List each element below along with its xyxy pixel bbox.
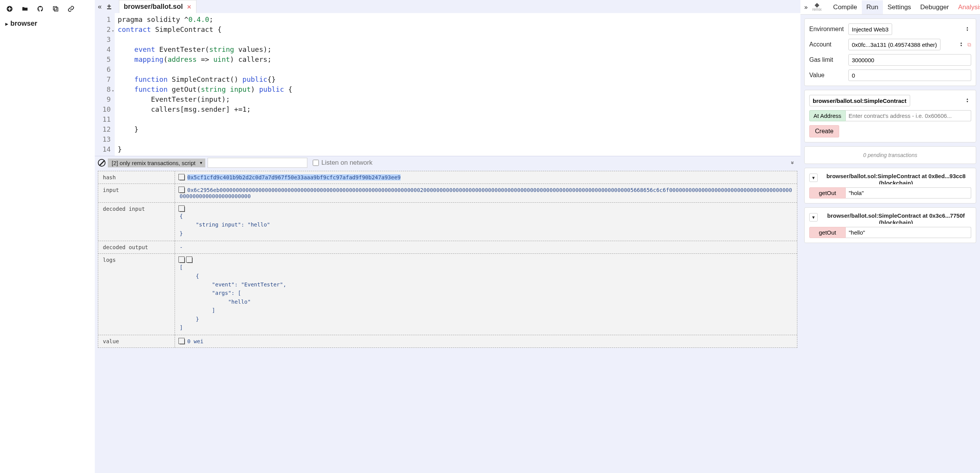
tx-value: 0x5cf1cfd9c401b9b2d2c0d7a7d967f50e33aaa9…: [175, 171, 797, 184]
tx-value: [ { "event": "EventTester", "args": [ "h…: [175, 254, 797, 335]
copy-icon[interactable]: [180, 188, 185, 193]
tab-analysis[interactable]: Analysis: [954, 0, 980, 14]
tab-settings[interactable]: Settings: [883, 0, 916, 14]
copy-account-icon[interactable]: ⧉: [967, 41, 971, 48]
panel-scroll-icon[interactable]: »: [804, 4, 808, 11]
env-label: Environment: [809, 26, 848, 33]
sidebar-toolbar: [3, 4, 92, 20]
link-icon[interactable]: [68, 5, 74, 13]
github-icon[interactable]: [37, 5, 44, 13]
new-file-icon[interactable]: [6, 5, 13, 13]
tx-value: 0x6c2956eb000000000000000000000000000000…: [175, 184, 797, 202]
tx-value-input[interactable]: [848, 69, 971, 81]
tx-row: value0 wei: [98, 335, 797, 347]
listen-network-checkbox[interactable]: [313, 160, 319, 166]
tx-value: 0 wei: [175, 335, 797, 347]
code-editor[interactable]: 1234567891011121314 pragma solidity ^0.4…: [95, 13, 800, 156]
at-address-input[interactable]: [846, 110, 971, 121]
function-getout-button[interactable]: getOut: [809, 187, 846, 198]
tx-value: { "string input": "hello" }: [175, 203, 797, 241]
file-explorer-sidebar: browser: [0, 0, 95, 473]
at-address-button[interactable]: At Address: [809, 110, 846, 121]
instance-title: browser/ballot.sol:SimpleContract at 0x3…: [821, 212, 971, 224]
contract-select[interactable]: browser/ballot.sol:SimpleContract: [809, 95, 910, 106]
pending-transactions: 0 pending transactions: [804, 146, 976, 164]
terminal-panel: [2] only remix transactions, script List…: [95, 156, 800, 473]
tx-key: hash: [98, 171, 175, 184]
account-label: Account: [809, 41, 848, 48]
add-tab-icon[interactable]: +: [107, 4, 111, 9]
contract-instance-card: ▼browser/ballot.sol:SimpleContract at 0x…: [804, 207, 976, 243]
tx-key: input: [98, 184, 175, 202]
tx-row: logs[ { "event": "EventTester", "args": …: [98, 254, 797, 335]
editor-code[interactable]: pragma solidity ^0.4.0;contract SimpleCo…: [115, 13, 295, 156]
right-panel: » ◆ remix CompileRunSettingsDebuggerAnal…: [800, 0, 980, 473]
tx-row: decoded output -: [98, 241, 797, 254]
gas-limit-input[interactable]: [848, 54, 971, 66]
tx-key: logs: [98, 254, 175, 335]
deploy-card: browser/ballot.sol:SimpleContract At Add…: [804, 90, 976, 142]
account-select[interactable]: 0x0fc...3a131 (0.49574388 ether): [848, 39, 940, 50]
gaslimit-label: Gas limit: [809, 56, 848, 63]
tx-key: value: [98, 335, 175, 347]
environment-select[interactable]: Injected Web3: [848, 23, 892, 35]
function-arg-input[interactable]: [846, 227, 971, 238]
terminal-filter-dropdown[interactable]: [2] only remix transactions, script: [108, 159, 205, 167]
svg-rect-3: [54, 8, 58, 11]
right-panel-tabs: » ◆ remix CompileRunSettingsDebuggerAnal…: [800, 0, 980, 15]
tx-value: -: [175, 241, 797, 253]
svg-rect-2: [8, 8, 12, 9]
tx-row: decoded input{ "string input": "hello" }: [98, 203, 797, 241]
tab-ballot-sol[interactable]: browser/ballot.sol ✕: [119, 0, 196, 13]
contract-instance-card: ▼browser/ballot.sol:SimpleContract at 0x…: [804, 168, 976, 203]
editor-gutter: 1234567891011121314: [95, 13, 115, 156]
svg-rect-4: [53, 7, 57, 10]
open-folder-icon[interactable]: [21, 5, 28, 13]
copy-icon[interactable]: [180, 207, 185, 212]
instance-title: browser/ballot.sol:SimpleContract at 0x8…: [821, 173, 971, 184]
tx-row: input0x6c2956eb0000000000000000000000000…: [98, 184, 797, 203]
tab-compile[interactable]: Compile: [828, 0, 861, 14]
copy-icon[interactable]: [180, 258, 185, 263]
create-button[interactable]: Create: [809, 125, 839, 137]
close-tab-icon[interactable]: ✕: [187, 4, 191, 10]
copy-icon[interactable]: [180, 175, 185, 180]
function-arg-input[interactable]: [846, 187, 971, 198]
function-getout-button[interactable]: getOut: [809, 227, 846, 238]
terminal-expand-icon[interactable]: »: [790, 161, 796, 164]
instance-expand-icon[interactable]: ▼: [809, 213, 818, 222]
tab-debugger[interactable]: Debugger: [916, 0, 954, 14]
tab-scroll-left-icon[interactable]: «: [98, 3, 102, 11]
tab-label: browser/ballot.sol: [124, 3, 183, 11]
tree-item-browser[interactable]: browser: [5, 20, 92, 28]
transaction-details-table: hash0x5cf1cfd9c401b9b2d2c0d7a7d967f50e33…: [98, 171, 797, 348]
tx-key: decoded output: [98, 241, 175, 253]
editor-tabbar: « + browser/ballot.sol ✕: [95, 0, 800, 13]
remix-logo: ◆ remix: [812, 3, 822, 12]
tx-row: hash0x5cf1cfd9c401b9b2d2c0d7a7d967f50e33…: [98, 171, 797, 184]
value-label: Value: [809, 72, 848, 79]
run-config-card: Environment Injected Web3 Account 0x0fc.…: [804, 18, 976, 86]
copy-icon[interactable]: [187, 258, 193, 263]
listen-network-toggle[interactable]: Listen on network: [313, 159, 372, 167]
clear-terminal-icon[interactable]: [98, 159, 106, 167]
terminal-search-input[interactable]: [208, 158, 307, 168]
tab-run[interactable]: Run: [862, 0, 883, 14]
tx-key: decoded input: [98, 203, 175, 241]
copy-icon[interactable]: [180, 339, 185, 344]
copy-files-icon[interactable]: [52, 5, 59, 13]
instance-expand-icon[interactable]: ▼: [809, 174, 818, 182]
